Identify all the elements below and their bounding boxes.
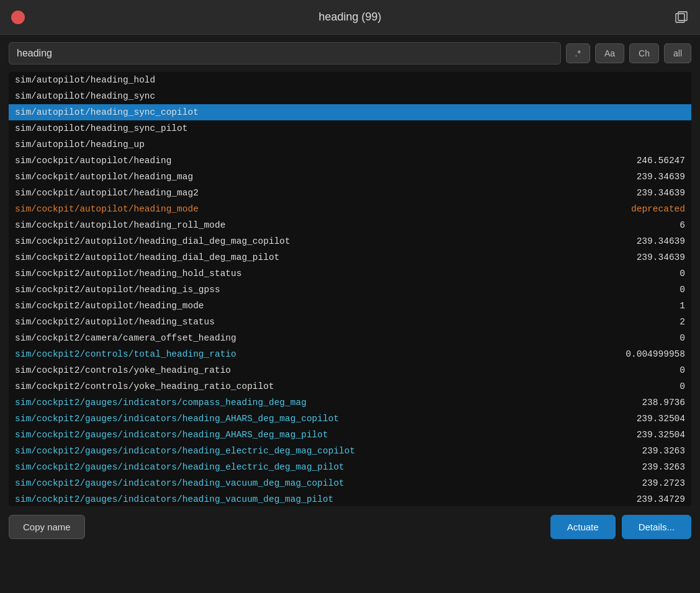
dataref-value: 239.3263 [642,462,685,472]
dataref-name: sim/cockpit/autopilot/heading_roll_mode [15,220,225,230]
search-input[interactable] [9,42,561,65]
dataref-name: sim/cockpit2/gauges/indicators/heading_A… [15,430,328,440]
dataref-value: 1 [680,301,685,311]
dataref-value: 239.34639 [637,252,685,262]
list-item[interactable]: sim/autopilot/heading_up [9,136,691,153]
dataref-value: 239.3263 [642,446,685,456]
close-button[interactable] [11,11,25,24]
list-item[interactable]: sim/cockpit2/controls/yoke_heading_ratio… [9,378,691,395]
window-icon[interactable] [674,10,689,25]
dataref-name: sim/autopilot/heading_sync_copilot [15,107,199,117]
dataref-name: sim/cockpit2/autopilot/heading_dial_deg_… [15,252,279,262]
copy-name-button[interactable]: Copy name [9,515,85,539]
dataref-name: sim/autopilot/heading_sync [15,91,155,101]
list-item[interactable]: sim/cockpit2/autopilot/heading_hold_stat… [9,265,691,282]
svg-rect-0 [676,14,684,22]
case-toggle-button[interactable]: Aa [595,43,624,63]
actuate-button[interactable]: Actuate [550,515,616,539]
list-item[interactable]: sim/cockpit2/gauges/indicators/heading_v… [9,475,691,491]
dataref-name: sim/autopilot/heading_hold [15,75,155,85]
dataref-name: sim/cockpit2/gauges/indicators/heading_v… [15,478,344,488]
dataref-name: sim/cockpit2/controls/total_heading_rati… [15,349,236,359]
list-item[interactable]: sim/cockpit2/controls/total_heading_rati… [9,346,691,362]
dataref-value: 239.34639 [637,236,685,246]
list-item[interactable]: sim/autopilot/heading_sync_pilot [9,120,691,136]
all-toggle-button[interactable]: all [664,43,691,63]
dataref-name: sim/cockpit2/camera/camera_offset_headin… [15,333,236,343]
window-title: heading (99) [318,11,381,24]
list-item[interactable]: sim/cockpit/autopilot/heading_roll_mode6 [9,217,691,233]
dataref-name: sim/cockpit2/gauges/indicators/heading_A… [15,414,339,424]
dataref-value: 239.2723 [642,478,685,488]
list-item[interactable]: sim/autopilot/heading_sync [9,88,691,104]
list-item[interactable]: sim/cockpit2/autopilot/heading_mode1 [9,298,691,314]
list-item[interactable]: sim/cockpit2/autopilot/heading_is_gpss0 [9,282,691,298]
dataref-value: deprecated [631,204,685,214]
dataref-name: sim/cockpit2/controls/yoke_heading_ratio [15,365,231,375]
dataref-value: 0.004999958 [626,349,685,359]
list-item[interactable]: sim/autopilot/heading_hold [9,72,691,88]
dataref-value: 239.32504 [637,414,685,424]
dataref-name: sim/cockpit2/gauges/indicators/compass_h… [15,398,307,408]
dataref-value: 0 [680,333,685,343]
list-item[interactable]: sim/cockpit2/autopilot/heading_dial_deg_… [9,233,691,249]
dataref-name: sim/cockpit2/autopilot/heading_hold_stat… [15,269,241,279]
dataref-value: 239.34639 [637,172,685,182]
dataref-value: 0 [680,365,685,375]
dataref-value: 246.56247 [637,156,685,166]
dataref-name: sim/cockpit/autopilot/heading_mag2 [15,188,199,198]
list-item[interactable]: sim/cockpit2/gauges/indicators/heading_A… [9,411,691,427]
dataref-name: sim/cockpit2/autopilot/heading_is_gpss [15,285,220,295]
list-item[interactable]: sim/cockpit2/controls/yoke_heading_ratio… [9,362,691,378]
dataref-value: 238.9736 [642,398,685,408]
dataref-value: 239.34639 [637,188,685,198]
dataref-name: sim/cockpit2/autopilot/heading_status [15,317,215,327]
list-item[interactable]: sim/cockpit/autopilot/heading_modedeprec… [9,201,691,217]
dataref-name: sim/cockpit2/gauges/indicators/heading_e… [15,446,355,456]
dataref-value: 6 [680,220,685,230]
searchbar: .* Aa Ch all [0,35,700,72]
dataref-value: 0 [680,381,685,391]
dataref-value: 239.32504 [637,430,685,440]
list-item[interactable]: sim/cockpit/autopilot/heading246.56247 [9,153,691,169]
regex-toggle-button[interactable]: .* [566,43,590,63]
dataref-name: sim/cockpit/autopilot/heading_mag [15,172,193,182]
list-item[interactable]: sim/cockpit2/camera/camera_offset_headin… [9,330,691,346]
dataref-name: sim/cockpit/autopilot/heading [15,156,171,166]
titlebar: heading (99) [0,0,700,35]
list-item[interactable]: sim/autopilot/heading_sync_copilot [9,104,691,120]
footer: Copy name Actuate Details... [0,506,700,548]
dataref-name: sim/cockpit/autopilot/heading_mode [15,204,199,214]
list-item[interactable]: sim/cockpit2/autopilot/heading_status2 [9,314,691,330]
dataref-name: sim/cockpit2/gauges/indicators/heading_e… [15,462,344,472]
dataref-name: sim/cockpit2/autopilot/heading_dial_deg_… [15,236,290,246]
dataref-name: sim/cockpit2/gauges/indicators/heading_v… [15,494,333,504]
dataref-name: sim/cockpit2/autopilot/heading_mode [15,301,204,311]
dataref-name: sim/cockpit2/controls/yoke_heading_ratio… [15,381,274,391]
dataref-name: sim/autopilot/heading_up [15,140,145,149]
list-item[interactable]: sim/cockpit2/gauges/indicators/heading_e… [9,459,691,475]
list-item[interactable]: sim/cockpit/autopilot/heading_mag239.346… [9,169,691,185]
list-item[interactable]: sim/cockpit2/gauges/indicators/compass_h… [9,395,691,411]
chars-toggle-button[interactable]: Ch [629,43,659,63]
details-button[interactable]: Details... [622,515,691,539]
list-item[interactable]: sim/cockpit/autopilot/heading_mag2239.34… [9,185,691,201]
dataref-value: 2 [680,317,685,327]
list-item[interactable]: sim/cockpit2/gauges/indicators/heading_e… [9,443,691,459]
dataref-name: sim/autopilot/heading_sync_pilot [15,123,187,133]
list-item[interactable]: sim/cockpit2/autopilot/heading_dial_deg_… [9,249,691,265]
dataref-value: 239.34729 [637,494,685,504]
list-item[interactable]: sim/cockpit2/gauges/indicators/heading_A… [9,427,691,443]
list-item[interactable]: sim/cockpit2/gauges/indicators/heading_v… [9,491,691,506]
dataref-value: 0 [680,269,685,279]
dataref-list[interactable]: sim/autopilot/heading_holdsim/autopilot/… [9,72,691,506]
dataref-value: 0 [680,285,685,295]
